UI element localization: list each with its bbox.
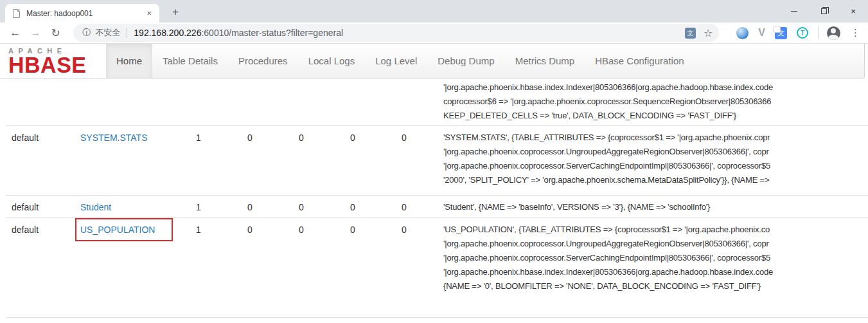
cell-offline-regions	[242, 80, 294, 123]
description-line: '2000', 'SPLIT_POLICY' => 'org.apache.ph…	[443, 173, 868, 187]
bookmark-star-icon[interactable]: ☆	[704, 27, 713, 39]
description-line: '|org.apache.phoenix.coprocessor.ServerC…	[443, 159, 868, 173]
tab-title: Master: hadoop001	[26, 9, 144, 18]
tab-strip: Master: hadoop001 × + ×	[0, 0, 868, 23]
description-line: 'SYSTEM.STATS', {TABLE_ATTRIBUTES => {co…	[443, 131, 868, 145]
cell-offline-regions: 0	[242, 131, 294, 187]
description-line: {NAME => '0', BLOOMFILTER => 'NONE', DAT…	[443, 279, 868, 293]
cell-description: '|org.apache.phoenix.hbase.index.Indexer…	[443, 80, 868, 123]
table-row: default US_POPULATION 1 0 0 0 0 'US_POPU…	[6, 217, 868, 302]
highlight-red-box: US_POPULATION	[75, 218, 173, 241]
back-button[interactable]: ←	[5, 26, 25, 39]
hbase-logo[interactable]: APACHE HBASE	[0, 44, 106, 78]
nav-item-home[interactable]: Home	[106, 44, 152, 78]
tab-close-icon[interactable]: ×	[144, 8, 154, 18]
nav-item-hbase-configuration[interactable]: HBase Configuration	[585, 44, 694, 78]
cell-other-regions	[396, 80, 443, 123]
cell-table-name: US_POPULATION	[75, 223, 191, 293]
window-controls: ×	[779, 0, 868, 23]
minimize-button[interactable]	[779, 0, 809, 23]
nav-item-metrics-dump[interactable]: Metrics Dump	[505, 44, 585, 78]
description-line: '|org.apache.phoenix.coprocessor.Ungroup…	[443, 237, 868, 251]
table-link-system.stats[interactable]: SYSTEM.STATS	[80, 133, 148, 143]
table-row: '|org.apache.phoenix.hbase.index.Indexer…	[6, 78, 868, 125]
cell-split-regions: 0	[345, 200, 396, 214]
main-nav: HomeTable DetailsProceduresLocal LogsLog…	[106, 44, 695, 78]
browser-menu-icon[interactable]: ⋮	[848, 27, 863, 39]
translate-page-icon[interactable]: 文	[685, 28, 696, 39]
nav-item-table-details[interactable]: Table Details	[152, 44, 228, 78]
description-line: '|org.apache.phoenix.hbase.index.Indexer…	[443, 265, 868, 279]
extension-blue-sphere-icon[interactable]	[736, 27, 748, 39]
cell-namespace: default	[6, 131, 75, 187]
cell-online-regions: 1	[191, 131, 242, 187]
table-link-us_population[interactable]: US_POPULATION	[80, 225, 155, 235]
url-host: 192.168.200.226	[134, 28, 201, 38]
omnibox-divider	[127, 28, 127, 38]
browser-toolbar: ← → ↻ ⓘ 不安全 192.168.200.226:60010/master…	[0, 23, 868, 44]
cell-split-regions: 0	[345, 131, 396, 187]
cell-namespace: default	[6, 200, 75, 214]
logo-hbase-text: HBASE	[8, 55, 106, 75]
cell-offline-regions: 0	[242, 223, 294, 293]
new-tab-button[interactable]: +	[167, 5, 184, 21]
description-line: '|org.apache.phoenix.coprocessor.ServerC…	[443, 251, 868, 265]
cell-failed-regions: 0	[294, 223, 345, 293]
cell-description: 'US_POPULATION', {TABLE_ATTRIBUTES => {c…	[443, 223, 868, 293]
cell-table-name	[75, 80, 191, 123]
table-bottom-border	[6, 317, 868, 318]
page-favicon-icon	[13, 9, 20, 18]
extension-teal-icon[interactable]: T	[797, 27, 808, 39]
table-link-student[interactable]: Student	[80, 202, 111, 212]
security-label: 不安全	[95, 27, 120, 39]
description-line: 'US_POPULATION', {TABLE_ATTRIBUTES => {c…	[443, 223, 868, 237]
table-row: default SYSTEM.STATS 1 0 0 0 0 'SYSTEM.S…	[6, 125, 868, 195]
cell-description: 'Student', {NAME => 'baseInfo', VERSIONS…	[443, 200, 868, 214]
url-text: 192.168.200.226:60010/master-status?filt…	[134, 28, 343, 38]
cell-split-regions	[345, 80, 396, 123]
cell-failed-regions: 0	[294, 131, 345, 187]
cell-other-regions: 0	[396, 223, 443, 293]
cell-failed-regions	[294, 80, 345, 123]
cell-online-regions: 1	[191, 223, 242, 293]
minimize-icon	[791, 11, 797, 12]
user-tables-table: '|org.apache.phoenix.hbase.index.Indexer…	[6, 78, 868, 302]
cell-table-name: Student	[75, 200, 191, 214]
restore-icon	[821, 8, 827, 14]
nav-item-debug-dump[interactable]: Debug Dump	[427, 44, 504, 78]
description-line: 'Student', {NAME => 'baseInfo', VERSIONS…	[443, 200, 868, 214]
table-row: default Student 1 0 0 0 0 'Student', {NA…	[6, 195, 868, 217]
description-line: KEEP_DELETED_CELLS => 'true', DATA_BLOCK…	[443, 109, 868, 123]
description-line: coprocessor$6 => '|org.apache.phoenix.co…	[443, 95, 868, 109]
nav-item-procedures[interactable]: Procedures	[228, 44, 298, 78]
extensions-area: V 文 T ⋮	[727, 26, 863, 40]
forward-button[interactable]: →	[25, 26, 45, 39]
description-line: '|org.apache.phoenix.hbase.index.Indexer…	[443, 80, 868, 95]
close-button[interactable]: ×	[838, 0, 868, 23]
cell-split-regions: 0	[345, 223, 396, 293]
browser-tab[interactable]: Master: hadoop001 ×	[5, 4, 159, 23]
extension-translate-icon[interactable]: 文	[775, 27, 787, 39]
cell-description: 'SYSTEM.STATS', {TABLE_ATTRIBUTES => {co…	[443, 131, 868, 187]
cell-namespace: default	[6, 223, 75, 293]
cell-namespace	[6, 80, 75, 123]
reload-button[interactable]: ↻	[46, 26, 66, 40]
cell-online-regions	[191, 80, 242, 123]
profile-avatar[interactable]	[827, 26, 840, 40]
cell-table-name: SYSTEM.STATS	[75, 131, 191, 187]
cell-other-regions: 0	[396, 200, 443, 214]
cell-other-regions: 0	[396, 131, 443, 187]
nav-item-local-logs[interactable]: Local Logs	[298, 44, 366, 78]
cell-failed-regions: 0	[294, 200, 345, 214]
browser-window: Master: hadoop001 × + × ← → ↻ ⓘ 不安全 192.…	[0, 0, 868, 323]
address-bar[interactable]: ⓘ 不安全 192.168.200.226:60010/master-statu…	[73, 24, 719, 42]
info-icon[interactable]: ⓘ	[82, 27, 91, 39]
toolbar-divider	[818, 26, 819, 39]
restore-button[interactable]	[809, 0, 838, 23]
url-path: :60010/master-status?filter=general	[201, 28, 343, 38]
cell-offline-regions: 0	[242, 200, 294, 214]
hbase-navbar: APACHE HBASE HomeTable DetailsProcedures…	[0, 44, 865, 78]
nav-item-log-level[interactable]: Log Level	[365, 44, 427, 78]
description-line: '|org.apache.phoenix.coprocessor.Ungroup…	[443, 145, 868, 159]
extension-vue-icon[interactable]: V	[758, 27, 765, 39]
